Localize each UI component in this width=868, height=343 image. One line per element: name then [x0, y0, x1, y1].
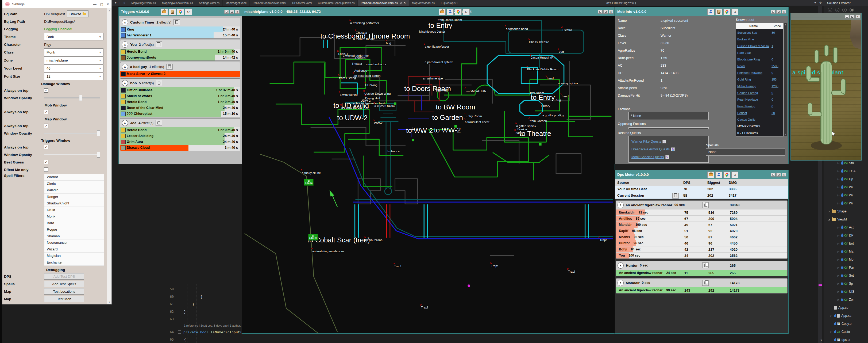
maximize-button[interactable]: ▢	[100, 2, 103, 6]
float-control-icon[interactable]: ▾	[115, 1, 117, 4]
float-control-icon[interactable]: ×	[124, 1, 125, 4]
editor-tab[interactable]: CustomTimeSpanUpDown.cs	[315, 0, 358, 6]
checkbox-effect-me-only[interactable]	[44, 168, 49, 172]
loot-price[interactable]: 80	[772, 31, 782, 34]
collapse-button[interactable]: ∧	[122, 120, 128, 126]
loot-name[interactable]: Roots	[737, 64, 772, 68]
trigger-row[interactable]: Shield of Words1 hr 9 m 40 s	[120, 93, 240, 99]
clear-session-button[interactable]	[672, 193, 679, 199]
explorer-toolbar-icon[interactable]: ←	[828, 8, 832, 12]
debug-button[interactable]: Test Locations	[44, 288, 84, 294]
tree-item[interactable]: ▷C#Up	[824, 175, 868, 183]
expander-icon[interactable]: ▷	[838, 250, 841, 253]
trigger-row[interactable]: Heroic Bond1 hr 9 m 40 s	[120, 49, 240, 55]
trigger-group-header[interactable]: ∧bob5 effect(s)	[120, 79, 240, 87]
loot-col-name[interactable]: Name	[736, 24, 771, 28]
trigger-row[interactable]: Boon of the Clear Mind24 m 40 s	[120, 105, 240, 111]
person-icon-button[interactable]	[715, 171, 722, 178]
close-button[interactable]: x	[609, 10, 613, 13]
trigger-group-header[interactable]: ∧a bad guy1 effect(s)	[120, 62, 240, 71]
trigger-row[interactable]: Disease Cloud3 m 40 s	[120, 145, 240, 151]
checkbox-always-on-top[interactable]: ✓	[44, 88, 49, 92]
expander-icon[interactable]: ▷	[838, 202, 841, 205]
spell-filter-item[interactable]: ShadowKnight	[44, 200, 104, 207]
dps-row[interactable]: An ancient tigerclaw racnar99 sec1432921…	[616, 287, 787, 293]
expander-icon[interactable]: ▷	[838, 298, 841, 301]
delete-group-button[interactable]	[156, 41, 162, 47]
spell-filter-item[interactable]: Cleric	[44, 180, 104, 187]
dps-group-header[interactable]: ∧an ancient tigerclaw racnar90 sec39048	[616, 201, 787, 209]
restore-button[interactable]	[776, 173, 781, 177]
expander-icon[interactable]: ▷	[838, 178, 841, 180]
close-button[interactable]: x	[235, 10, 240, 13]
settings-scrollbar[interactable]: ∧∨	[107, 8, 112, 304]
debug-button[interactable]: Test Mob	[44, 296, 84, 302]
loot-price[interactable]: 1200	[772, 85, 782, 88]
spell-filter-item[interactable]: Necromancer	[44, 239, 104, 246]
copy-button[interactable]	[702, 202, 709, 208]
minimize-button[interactable]	[771, 10, 776, 13]
loot-price[interactable]: 0	[772, 71, 782, 75]
loot-name[interactable]: Gold Ring	[737, 78, 772, 81]
copy-button[interactable]	[702, 280, 709, 286]
tree-item[interactable]: Copy.p	[824, 320, 868, 328]
dps-titlebar[interactable]: Dps Meter v1.0.0.0 O x	[615, 170, 788, 179]
tree-item[interactable]: ▷C#Wi	[824, 199, 868, 207]
trigger-row[interactable]: hall Wanderer 115 m 40 s	[120, 32, 240, 38]
checkbox-always-on-top[interactable]: ✓	[44, 124, 49, 128]
loot-name[interactable]: Cactus Quills	[737, 118, 772, 121]
loot-name[interactable]: Bloodstone Ring	[737, 58, 772, 61]
slider-thumb[interactable]	[79, 95, 82, 101]
minimize-button[interactable]	[845, 15, 849, 19]
expander-icon[interactable]: ▷	[828, 210, 832, 213]
loot-name[interactable]: Mithril Earring	[737, 85, 772, 88]
trigger-group-header[interactable]: ∧Joe4 effect(s)	[120, 118, 240, 127]
quest-link[interactable]: Dreadscale Armor Quests↻	[631, 147, 675, 151]
trigger-row[interactable]: Heroic Bond1 hr 9 m 40 s	[120, 99, 240, 105]
tree-item[interactable]: dps.pr	[824, 336, 868, 343]
expander-icon[interactable]: ▷	[838, 194, 841, 197]
collapse-button[interactable]: ∧	[618, 280, 624, 286]
tree-item[interactable]: ▷C#Act	[824, 223, 868, 231]
expander-icon[interactable]: ▷	[838, 170, 841, 173]
external-link-icon[interactable]: ↻	[665, 155, 669, 159]
spell-filter-item[interactable]: Paladin	[44, 187, 104, 194]
editor-tab[interactable]: MapWidget.xaml.cs	[128, 0, 159, 6]
editor-tab[interactable]: MappingWindow.xaml.cs	[159, 0, 196, 6]
expander-icon[interactable]: ▷	[830, 331, 834, 333]
home-icon[interactable]: ⌂	[842, 8, 847, 12]
map-titlebar[interactable]: mischiefplane v1.0.0.0 -586.35, 223.82, …	[242, 7, 615, 16]
pin-icon[interactable]	[400, 2, 402, 4]
expander-icon[interactable]: ▷	[838, 282, 841, 285]
trigger-row[interactable]: ??? Chloroplast15 m 10 s	[120, 111, 240, 117]
restore-button[interactable]	[603, 10, 608, 13]
tree-item[interactable]: ▷C#Sp	[824, 280, 868, 288]
expander-icon[interactable]: ▷	[838, 290, 841, 293]
mob-info-titlebar[interactable]: Mob Info v1.0.0.0 O x	[615, 7, 788, 16]
loot-price[interactable]: 1	[772, 45, 782, 48]
expander-icon[interactable]: ▷	[838, 242, 841, 245]
dps-row[interactable]: Einskaldir91 sec755167289	[616, 209, 787, 216]
restore-button[interactable]	[776, 10, 781, 13]
checkbox-best-guess[interactable]: ✓	[44, 160, 49, 164]
dropdown-font-size[interactable]: 12∨	[44, 73, 103, 80]
spell-filter-item[interactable]: Monk	[44, 213, 104, 220]
scroll-icon-button[interactable]	[715, 8, 722, 15]
restore-button[interactable]	[229, 10, 234, 13]
delete-group-button[interactable]	[174, 19, 180, 25]
preview-titlebar[interactable]: x	[791, 13, 861, 20]
spell-filter-item[interactable]: Enchanter	[44, 259, 104, 266]
expander-icon[interactable]: ◢	[828, 218, 832, 221]
maps-pin-icon-button[interactable]	[723, 8, 730, 15]
loot-name[interactable]: Peridot	[737, 111, 772, 115]
loot-name[interactable]: Succulent Sap	[737, 31, 772, 34]
float-control-icon[interactable]: +	[119, 1, 121, 4]
map-canvas[interactable]: to Entryto Chessboard Throne Roomto Door…	[242, 16, 615, 333]
tree-item[interactable]: ▷C#Ma	[824, 248, 868, 256]
tree-item[interactable]: ▷Shape	[824, 207, 868, 216]
delete-group-button[interactable]	[156, 80, 162, 86]
loot-scrollbar[interactable]: ∧∨	[784, 23, 787, 136]
scrollbar-down-arrow[interactable]: ▾	[820, 339, 822, 342]
o-button[interactable]: O	[732, 8, 738, 15]
settings-titlebar[interactable]: Settings — ▢ ×	[2, 0, 112, 8]
